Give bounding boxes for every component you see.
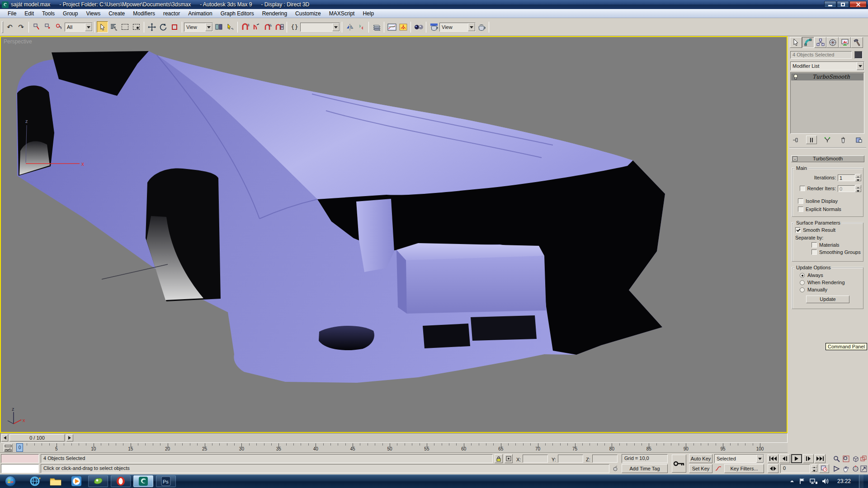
select-and-link-icon[interactable] [31,21,42,33]
maximize-button[interactable] [837,1,849,8]
smoothing-groups-checkbox[interactable] [811,249,817,255]
taskbar-messenger-button[interactable] [88,475,108,487]
selection-filter-dropdown[interactable]: All [65,23,93,32]
configure-modifier-sets-icon[interactable] [854,136,864,144]
menu-reactor[interactable]: reactor [159,9,184,18]
tab-modify[interactable] [802,37,814,48]
select-and-move-icon[interactable] [146,21,157,33]
track-bar[interactable]: 0510152025303540455055606570758085909510… [0,443,788,453]
turbosmooth-rollout-header[interactable]: - TurboSmooth [791,155,864,162]
taskbar-clock[interactable]: 23:22 [837,478,851,484]
layer-manager-icon[interactable] [371,21,382,33]
schematic-view-icon[interactable] [397,21,409,33]
previous-frame-arrow[interactable] [1,434,8,441]
menu-customize[interactable]: Customize [291,9,325,18]
dropdown-arrow-icon[interactable] [85,23,92,31]
pin-stack-icon[interactable] [790,136,801,144]
arc-rotate-icon[interactable] [851,464,860,473]
menu-rendering[interactable]: Rendering [258,9,291,18]
play-animation-button[interactable] [791,454,802,463]
materials-checkbox[interactable] [811,242,817,248]
x-coord-field[interactable] [523,455,548,463]
taskbar-internet-explorer-icon[interactable] [27,475,42,487]
curve-editor-icon[interactable] [386,21,397,33]
dropdown-arrow-icon[interactable] [468,23,475,31]
tab-hierarchy[interactable] [814,37,826,48]
modifier-lightbulb-icon[interactable] [793,74,799,80]
snaps-toggle-icon[interactable]: 3 [240,21,251,33]
dropdown-arrow-icon[interactable] [332,23,340,31]
track-bar-thumb[interactable]: 0 [16,443,23,452]
show-desktop-button[interactable] [859,474,863,488]
reference-coordinate-dropdown[interactable]: View [184,23,213,32]
tab-create[interactable] [790,37,802,48]
edit-named-selection-sets-icon[interactable]: {} [289,21,300,33]
unlink-selection-icon[interactable] [42,21,53,33]
menu-modifiers[interactable]: Modifiers [129,9,159,18]
menu-create[interactable]: Create [104,9,129,18]
bind-to-spacewarp-icon[interactable] [53,21,65,33]
set-key-button[interactable]: Set Key [689,464,712,473]
tab-motion[interactable] [826,37,839,48]
menu-edit[interactable]: Edit [20,9,38,18]
taskbar-3dsmax-button[interactable] [133,475,153,487]
modifier-list-dropdown[interactable]: Modifier List [790,61,864,70]
angle-snap-icon[interactable] [251,21,262,33]
named-selection-sets-dropdown[interactable] [300,23,340,32]
communicator-icon[interactable] [611,464,619,473]
selection-set-dropdown[interactable]: Selected [714,454,764,463]
material-editor-icon[interactable] [413,21,424,33]
spinner-snap-icon[interactable] [274,21,285,33]
toolbar-grip[interactable] [2,21,3,33]
render-type-dropdown[interactable]: View [439,23,476,32]
zoom-tool-icon[interactable] [832,454,841,463]
dropdown-arrow-icon[interactable] [205,23,212,31]
tab-display[interactable] [839,37,851,48]
smooth-result-checkbox[interactable] [795,227,801,233]
modifier-stack-row-turbosmooth[interactable]: TurboSmooth [791,73,863,80]
key-filters-button[interactable]: Key Filters... [724,464,764,473]
z-coord-field[interactable] [592,455,618,463]
time-configuration-button[interactable] [819,464,829,473]
redo-icon[interactable]: ↷ [15,21,27,33]
frame-spinner[interactable] [811,465,817,472]
add-time-tag-button[interactable]: Add Time Tag [622,464,668,473]
iterations-field[interactable]: 1 [838,174,855,181]
track-bar-ruler[interactable]: 0510152025303540455055606570758085909510… [0,443,788,452]
menu-tools[interactable]: Tools [38,9,59,18]
render-iters-checkbox[interactable] [800,186,805,191]
absolute-offset-toggle[interactable] [505,454,513,463]
zoom-extents-icon[interactable] [851,454,860,463]
select-and-scale-icon[interactable] [169,21,180,33]
menu-group[interactable]: Group [59,9,82,18]
always-radio[interactable] [800,273,805,278]
menu-grapheditors[interactable]: Graph Editors [217,9,258,18]
viewport-label[interactable]: Perspective [4,38,32,45]
render-iters-spinner[interactable] [855,185,861,192]
current-frame-field[interactable]: 0 [780,464,810,473]
perspective-viewport[interactable]: z x z x Perspective [0,36,788,433]
manually-radio[interactable] [800,287,805,292]
undo-icon[interactable]: ↶ [4,21,15,33]
next-frame-button[interactable] [803,454,814,463]
volume-icon[interactable] [822,478,829,484]
explicit-normals-checkbox[interactable] [798,206,803,212]
dropdown-arrow-icon[interactable] [756,455,764,463]
zoom-extents-all-icon[interactable] [859,454,868,463]
y-coord-field[interactable] [558,455,583,463]
tab-utilities[interactable] [851,37,863,48]
when-rendering-radio[interactable] [800,280,805,285]
dropdown-arrow-icon[interactable] [857,62,864,70]
previous-frame-button[interactable] [779,454,790,463]
set-keys-button[interactable] [672,455,686,473]
isoline-display-checkbox[interactable] [798,198,803,204]
macro-recorder-field[interactable] [1,454,39,463]
action-center-flag-icon[interactable] [799,478,805,484]
taskbar-media-player-icon[interactable] [69,475,84,487]
make-unique-icon[interactable] [822,136,833,144]
network-icon[interactable] [810,478,817,484]
go-to-start-button[interactable] [768,454,778,463]
maxscript-listener-field[interactable] [1,464,39,473]
use-pivot-point-icon[interactable] [213,21,224,33]
mirror-icon[interactable] [344,21,355,33]
